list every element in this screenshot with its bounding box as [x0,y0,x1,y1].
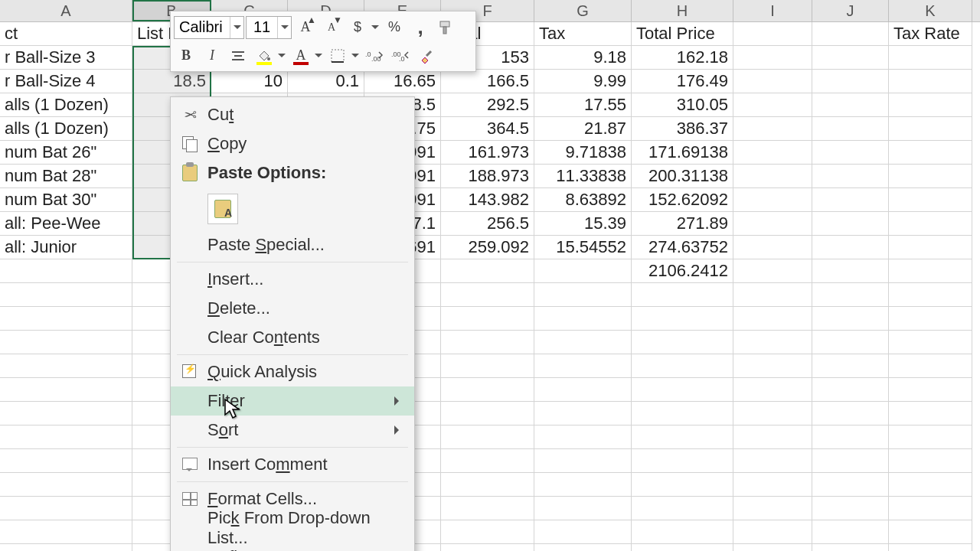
data-cell[interactable] [534,544,632,551]
data-cell[interactable]: num Bat 30" [0,188,132,212]
data-cell[interactable] [889,402,972,425]
data-cell[interactable]: 152.62092 [632,188,733,212]
data-cell[interactable]: 310.05 [632,93,733,117]
data-cell[interactable] [889,236,972,259]
data-cell[interactable] [441,497,534,520]
data-cell[interactable]: 161.973 [441,141,534,165]
data-cell[interactable] [733,259,812,283]
data-cell[interactable] [733,497,812,520]
data-cell[interactable] [632,544,733,551]
data-cell[interactable] [0,520,132,544]
data-cell[interactable] [733,165,812,188]
data-cell[interactable] [632,425,733,449]
context-menu-quick-analysis[interactable]: Quick Analysis [171,357,414,386]
data-cell[interactable] [733,473,812,497]
data-cell[interactable] [632,449,733,473]
data-cell[interactable] [632,497,733,520]
data-cell[interactable]: 9.18 [534,46,632,70]
data-cell[interactable] [441,259,534,283]
column-header-J[interactable]: J [812,0,889,21]
context-menu-copy[interactable]: Copy [171,129,414,158]
data-cell[interactable]: 15.39 [534,212,632,236]
data-cell[interactable] [889,188,972,212]
data-cell[interactable] [632,402,733,425]
data-cell[interactable] [812,117,889,141]
data-cell[interactable]: 364.5 [441,117,534,141]
data-cell[interactable] [733,331,812,354]
data-cell[interactable]: 10 [211,70,288,93]
context-menu-sort[interactable]: Sort [171,416,414,445]
data-cell[interactable] [889,378,972,402]
data-cell[interactable] [733,188,812,212]
context-menu-pick-from-list[interactable]: Pick From Drop-down List... [171,514,414,543]
data-cell[interactable] [812,331,889,354]
borders-button[interactable] [325,44,361,67]
data-cell[interactable] [889,425,972,449]
data-cell[interactable]: 271.89 [632,212,733,236]
data-cell[interactable]: 200.31138 [632,165,733,188]
accounting-format-button[interactable]: $ [345,16,381,39]
data-cell[interactable]: 274.63752 [632,236,733,259]
decrease-decimal-button[interactable]: .00.0 [388,44,413,67]
data-cell[interactable]: r Ball-Size 4 [0,70,132,93]
data-cell[interactable] [733,212,812,236]
data-cell[interactable]: 18.5 [132,70,211,93]
data-cell[interactable] [733,520,812,544]
data-cell[interactable] [0,402,132,425]
data-cell[interactable] [733,283,812,307]
data-cell[interactable]: 2106.2412 [632,259,733,283]
data-cell[interactable] [733,544,812,551]
context-menu-paste-option-values[interactable] [171,187,414,230]
data-cell[interactable]: 9.99 [534,70,632,93]
data-cell[interactable] [812,402,889,425]
data-cell[interactable] [441,354,534,378]
column-header-A[interactable]: A [0,0,132,21]
data-cell[interactable] [632,331,733,354]
data-cell[interactable] [441,331,534,354]
data-cell[interactable]: 171.69138 [632,141,733,165]
data-cell[interactable] [0,307,132,331]
fill-color-button[interactable] [252,44,287,67]
data-cell[interactable] [889,165,972,188]
context-menu-filter[interactable]: Filter [171,386,414,416]
context-menu-insert[interactable]: Insert... [171,265,414,294]
data-cell[interactable] [889,497,972,520]
data-cell[interactable]: num Bat 28" [0,165,132,188]
font-name-dropdown[interactable]: Calibri [174,16,244,39]
data-cell[interactable] [441,378,534,402]
data-cell[interactable] [0,259,132,283]
data-cell[interactable]: 9.71838 [534,141,632,165]
data-cell[interactable] [812,378,889,402]
data-cell[interactable] [812,520,889,544]
data-cell[interactable] [889,46,972,70]
data-cell[interactable] [733,141,812,165]
data-cell[interactable]: r Ball-Size 3 [0,46,132,70]
data-cell[interactable] [733,425,812,449]
data-cell[interactable] [733,93,812,117]
font-size-dropdown[interactable]: 11 [246,16,292,39]
header-cell[interactable] [812,22,889,46]
data-cell[interactable] [812,354,889,378]
data-cell[interactable] [733,307,812,331]
data-cell[interactable] [733,70,812,93]
data-cell[interactable] [889,117,972,141]
data-cell[interactable] [441,283,534,307]
data-cell[interactable] [889,283,972,307]
data-cell[interactable] [534,425,632,449]
data-cell[interactable]: all: Junior [0,236,132,259]
data-cell[interactable] [812,473,889,497]
data-cell[interactable] [534,354,632,378]
increase-decimal-button[interactable]: .0.00 [362,44,387,67]
data-cell[interactable]: 15.54552 [534,236,632,259]
data-cell[interactable] [441,402,534,425]
data-cell[interactable] [441,307,534,331]
data-cell[interactable] [812,307,889,331]
data-cell[interactable] [0,354,132,378]
context-menu-cut[interactable]: Cut [171,100,414,129]
data-cell[interactable] [889,141,972,165]
column-header-G[interactable]: G [534,0,632,21]
data-cell[interactable] [889,473,972,497]
data-cell[interactable] [812,425,889,449]
column-header-H[interactable]: H [632,0,733,21]
data-cell[interactable] [733,449,812,473]
